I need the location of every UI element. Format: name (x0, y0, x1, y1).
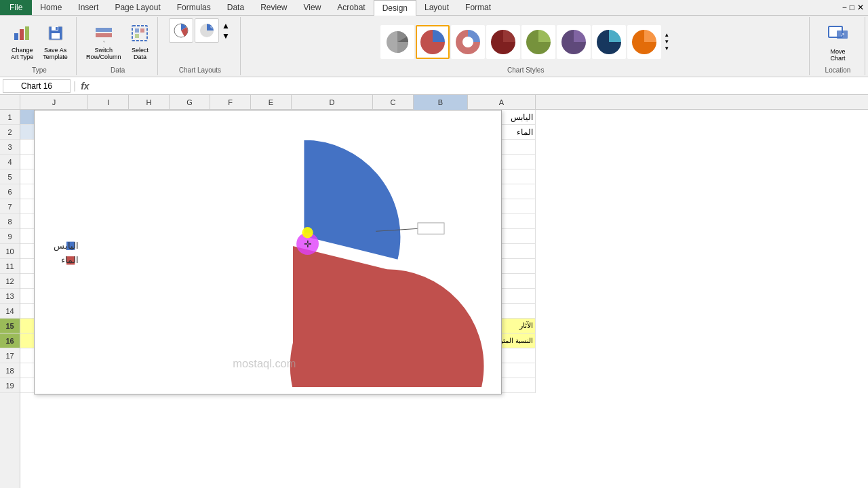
chart-style-6[interactable] (557, 25, 591, 59)
pie-slice-maa[interactable] (290, 245, 485, 387)
svg-text:↕: ↕ (102, 39, 105, 43)
chart-style-1[interactable] (380, 25, 414, 59)
row-num-8[interactable]: 8 (0, 214, 20, 229)
row-num-19[interactable]: 19 (0, 378, 20, 393)
svg-rect-10 (132, 26, 147, 41)
svg-rect-7 (96, 28, 112, 32)
row-numbers: 1 2 3 4 5 6 7 8 9 10 11 12 13 14 15 16 1… (0, 110, 20, 488)
col-header-H[interactable]: H (129, 95, 170, 110)
row-num-17[interactable]: 17 (0, 348, 20, 363)
layout-scroll-up[interactable]: ▲ ▼ (220, 20, 231, 42)
chart-style-7[interactable] (592, 25, 626, 59)
row-num-13[interactable]: 13 (0, 289, 20, 304)
ribbon: File Home Insert Page Layout Formulas Da… (0, 0, 868, 77)
col-header-G[interactable]: G (170, 95, 210, 110)
svg-rect-11 (135, 28, 139, 33)
row-num-12[interactable]: 12 (0, 274, 20, 289)
svg-text:%: % (210, 25, 214, 29)
close-icon[interactable]: ✕ (857, 3, 864, 12)
formula-input[interactable] (94, 80, 865, 92)
ribbon-group-data: ↕ SwitchRow/Column SelectData (78, 17, 159, 75)
chart-layout-1[interactable] (169, 18, 193, 43)
chart-style-4[interactable] (486, 25, 520, 59)
type-group-label: Type (32, 65, 47, 74)
cursor-icon: ✛ (304, 239, 312, 249)
svg-rect-0 (14, 33, 18, 40)
col-header-I[interactable]: I (88, 95, 129, 110)
row-num-16[interactable]: 16 (0, 333, 20, 348)
name-box[interactable] (3, 79, 71, 93)
ribbon-content: ChangeArt Type Save AsTemplate Type (0, 16, 868, 77)
ribbon-group-location: ↗ MoveChart Location (811, 17, 865, 75)
svg-rect-12 (140, 28, 144, 33)
chart-layouts-label: Chart Layouts (179, 65, 221, 74)
minimize-icon[interactable]: − (842, 3, 847, 12)
chart-layout-2[interactable]: % (195, 18, 219, 43)
chart-style-3[interactable] (451, 25, 485, 59)
styles-scroll[interactable]: ▲ ▼ ▼ (663, 30, 671, 53)
tab-file[interactable]: File (0, 0, 32, 15)
col-header-F[interactable]: F (210, 95, 251, 110)
row-num-5[interactable]: 5 (0, 169, 20, 184)
move-chart-icon: ↗ (827, 22, 849, 47)
data-group-label: Data (111, 65, 125, 74)
tab-data[interactable]: Data (219, 0, 252, 15)
row-num-11[interactable]: 11 (0, 259, 20, 274)
row-num-14[interactable]: 14 (0, 304, 20, 319)
grid-area: 1 2 3 4 5 6 7 8 9 10 11 12 13 14 15 16 1… (0, 110, 868, 488)
pie-red-group[interactable] (290, 245, 485, 387)
save-template-button[interactable]: Save AsTemplate (39, 21, 72, 63)
tab-review[interactable]: Review (252, 0, 295, 15)
legend-label-maa: الماء (61, 255, 79, 265)
row-num-15[interactable]: 15 (0, 319, 20, 333)
svg-rect-13 (135, 34, 139, 38)
tab-page-layout[interactable]: Page Layout (106, 0, 168, 15)
tab-format[interactable]: Format (457, 0, 499, 15)
row-num-6[interactable]: 6 (0, 184, 20, 199)
chart-style-5[interactable] (521, 25, 555, 59)
restore-icon[interactable]: □ (850, 3, 854, 12)
row-num-4[interactable]: 4 (0, 155, 20, 169)
save-template-label: Save AsTemplate (43, 47, 68, 60)
col-header-C[interactable]: C (373, 95, 414, 110)
chart-style-8[interactable] (627, 25, 661, 59)
legend-label-yabis: اليابس (54, 241, 79, 251)
row-num-18[interactable]: 18 (0, 363, 20, 378)
chart-style-2[interactable] (416, 25, 450, 59)
move-chart-label: MoveChart (830, 48, 845, 62)
formula-bar-separator: | (73, 80, 76, 92)
svg-rect-6 (56, 27, 58, 30)
row-num-9[interactable]: 9 (0, 229, 20, 244)
tab-design[interactable]: Design (374, 0, 416, 16)
svg-rect-1 (20, 29, 24, 40)
tab-acrobat[interactable]: Acrobat (329, 0, 373, 15)
switch-label: SwitchRow/Column (86, 47, 121, 60)
col-header-J[interactable]: J (20, 95, 88, 110)
ribbon-tabs: File Home Insert Page Layout Formulas Da… (0, 0, 868, 16)
tab-formulas[interactable]: Formulas (169, 0, 219, 15)
tab-home[interactable]: Home (32, 0, 70, 15)
change-type-icon (13, 24, 32, 45)
move-chart-button[interactable]: ↗ MoveChart (823, 20, 853, 64)
change-chart-type-button[interactable]: ChangeArt Type (7, 21, 37, 63)
col-header-B[interactable]: B (414, 95, 468, 110)
switch-row-column-button[interactable]: ↕ SwitchRow/Column (82, 21, 125, 63)
row-num-7[interactable]: 7 (0, 199, 20, 214)
chart-container[interactable]: ✛ اليابس الماء mostaql.com (34, 110, 502, 394)
row-num-10[interactable]: 10 (0, 244, 20, 259)
label-box (418, 223, 444, 234)
chart-inner: ✛ اليابس الماء mostaql.com (35, 110, 501, 394)
svg-rect-4 (52, 33, 60, 39)
col-header-E[interactable]: E (251, 95, 292, 110)
col-header-D[interactable]: D (292, 95, 373, 110)
row-num-1[interactable]: 1 (0, 110, 20, 125)
col-header-A[interactable]: A (468, 95, 536, 110)
row-num-3[interactable]: 3 (0, 140, 20, 155)
row-num-2[interactable]: 2 (0, 125, 20, 140)
tab-layout[interactable]: Layout (416, 0, 457, 15)
watermark-logo: mostaql.com (233, 357, 296, 369)
tab-view[interactable]: View (296, 0, 330, 15)
select-data-button[interactable]: SelectData (126, 21, 153, 63)
select-data-icon (130, 24, 149, 45)
tab-insert[interactable]: Insert (70, 0, 106, 15)
